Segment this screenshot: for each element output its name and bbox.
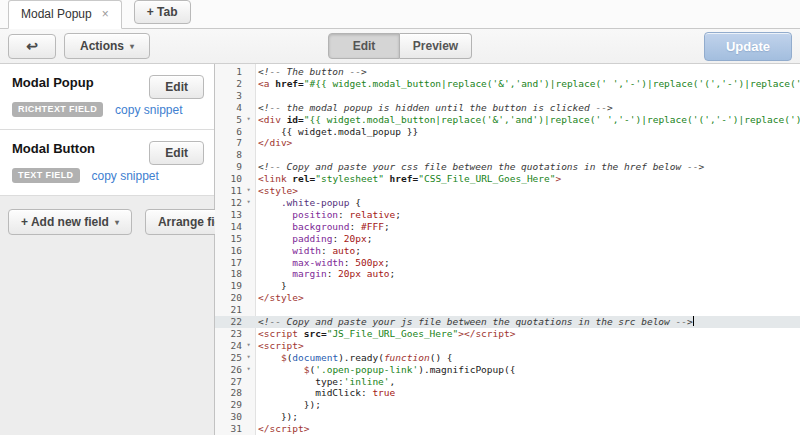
update-button[interactable]: Update bbox=[704, 32, 792, 61]
code-line[interactable]: 26▾ $('.open-popup-link').magnificPopup(… bbox=[215, 364, 800, 376]
code-text: $(document).ready(function() { bbox=[255, 352, 800, 364]
code-text: padding: 20px; bbox=[255, 233, 800, 245]
code-line[interactable]: 10<link rel="stylesheet" href="CSS_File_… bbox=[215, 173, 800, 185]
code-line[interactable]: 13 position: relative; bbox=[215, 209, 800, 221]
code-line[interactable]: 24▾<script> bbox=[215, 340, 800, 352]
code-text: <style> bbox=[255, 185, 800, 197]
line-number: 23 bbox=[215, 328, 242, 340]
line-number: 31 bbox=[215, 423, 242, 435]
code-line[interactable]: 5▾<div id="{{ widget.modal_button|replac… bbox=[215, 114, 800, 126]
line-number: 22 bbox=[215, 316, 242, 328]
code-line[interactable]: 20</style> bbox=[215, 292, 800, 304]
code-text: <!-- the modal popup is hidden until the… bbox=[255, 102, 800, 114]
fold-gutter bbox=[242, 292, 255, 304]
line-number: 29 bbox=[215, 399, 242, 411]
code-text: } bbox=[255, 280, 800, 292]
copy-snippet-link[interactable]: copy snippet bbox=[92, 169, 159, 183]
fold-gutter bbox=[242, 161, 255, 173]
code-text: <!-- The button --> bbox=[255, 66, 800, 78]
code-text bbox=[255, 304, 800, 316]
edit-preview-toggle: Edit Preview bbox=[328, 33, 472, 59]
fold-gutter bbox=[242, 78, 255, 90]
add-new-field-label: + Add new field bbox=[21, 215, 109, 229]
code-text: }); bbox=[255, 411, 800, 423]
code-line[interactable]: 18 margin: 20px auto; bbox=[215, 268, 800, 280]
fold-arrow-icon[interactable]: ▾ bbox=[242, 364, 255, 376]
code-line[interactable]: 1<!-- The button --> bbox=[215, 66, 800, 78]
code-line[interactable]: 16 width: auto; bbox=[215, 245, 800, 257]
code-text: position: relative; bbox=[255, 209, 800, 221]
code-line[interactable]: 2<a href="#{{ widget.modal_button|replac… bbox=[215, 78, 800, 90]
field-card-modal-button: Modal Button Edit TEXT FIELD copy snippe… bbox=[0, 130, 214, 196]
code-line[interactable]: 21 bbox=[215, 304, 800, 316]
code-text: max-width: 500px; bbox=[255, 257, 800, 269]
code-line[interactable]: 4<!-- the modal popup is hidden until th… bbox=[215, 102, 800, 114]
code-line[interactable]: 14 background: #FFF; bbox=[215, 221, 800, 233]
sidebar-actions: + Add new field ▾ Arrange fields bbox=[0, 196, 214, 248]
code-line[interactable]: 29 }); bbox=[215, 399, 800, 411]
fold-gutter bbox=[242, 304, 255, 316]
line-number: 21 bbox=[215, 304, 242, 316]
code-line[interactable]: 28 midClick: true bbox=[215, 387, 800, 399]
fold-gutter bbox=[242, 399, 255, 411]
code-line[interactable]: 25▾ $(document).ready(function() { bbox=[215, 352, 800, 364]
fold-arrow-icon[interactable]: ▾ bbox=[242, 340, 255, 352]
code-line[interactable]: 27 type:'inline', bbox=[215, 376, 800, 388]
tab-close-icon[interactable]: × bbox=[102, 8, 109, 20]
line-number: 19 bbox=[215, 280, 242, 292]
fold-gutter bbox=[242, 173, 255, 185]
code-line[interactable]: 11▾<style> bbox=[215, 185, 800, 197]
edit-field-button[interactable]: Edit bbox=[149, 75, 204, 99]
fold-arrow-icon[interactable]: ▾ bbox=[242, 352, 255, 364]
code-line[interactable]: 30 }); bbox=[215, 411, 800, 423]
fold-gutter bbox=[242, 280, 255, 292]
code-line[interactable]: 22<!-- Copy and paste your js file betwe… bbox=[215, 316, 800, 328]
code-editor[interactable]: 1<!-- The button -->2<a href="#{{ widget… bbox=[215, 64, 800, 435]
actions-button[interactable]: Actions ▾ bbox=[64, 33, 150, 59]
fold-arrow-icon[interactable]: ▾ bbox=[242, 197, 255, 209]
code-line[interactable]: 7</div> bbox=[215, 137, 800, 149]
code-text: <div id="{{ widget.modal_button|replace(… bbox=[255, 114, 800, 126]
fold-arrow-icon[interactable]: ▾ bbox=[242, 114, 255, 126]
tab-bar: Modal Popup × + Tab bbox=[0, 0, 800, 29]
line-number: 3 bbox=[215, 90, 242, 102]
line-number: 1 bbox=[215, 66, 242, 78]
code-line[interactable]: 15 padding: 20px; bbox=[215, 233, 800, 245]
line-number: 14 bbox=[215, 221, 242, 233]
edit-tab[interactable]: Edit bbox=[328, 33, 400, 59]
back-button[interactable]: ↩ bbox=[8, 34, 56, 59]
fold-gutter bbox=[242, 137, 255, 149]
fold-gutter bbox=[242, 149, 255, 161]
code-line[interactable]: 9<!-- Copy and paste your css file betwe… bbox=[215, 161, 800, 173]
code-text: </div> bbox=[255, 137, 800, 149]
add-tab-button[interactable]: + Tab bbox=[134, 0, 191, 24]
code-text: .white-popup { bbox=[255, 197, 800, 209]
tab-modal-popup[interactable]: Modal Popup × bbox=[8, 0, 122, 29]
back-arrow-icon: ↩ bbox=[26, 38, 38, 54]
code-line[interactable]: 19 } bbox=[215, 280, 800, 292]
line-number: 4 bbox=[215, 102, 242, 114]
code-line[interactable]: 17 max-width: 500px; bbox=[215, 257, 800, 269]
code-text: {{ widget.modal_popup }} bbox=[255, 126, 800, 138]
code-text: $('.open-popup-link').magnificPopup({ bbox=[255, 364, 800, 376]
code-line[interactable]: 3 bbox=[215, 90, 800, 102]
code-text: <link rel="stylesheet" href="CSS_File_UR… bbox=[255, 173, 800, 185]
preview-tab[interactable]: Preview bbox=[400, 33, 472, 59]
line-number: 11 bbox=[215, 185, 242, 197]
line-number: 25 bbox=[215, 352, 242, 364]
code-line[interactable]: 6 {{ widget.modal_popup }} bbox=[215, 126, 800, 138]
copy-snippet-link[interactable]: copy snippet bbox=[115, 103, 182, 117]
line-number: 28 bbox=[215, 387, 242, 399]
code-line[interactable]: 8 bbox=[215, 149, 800, 161]
code-line[interactable]: 31</script> bbox=[215, 423, 800, 435]
code-line[interactable]: 12▾ .white-popup { bbox=[215, 197, 800, 209]
edit-field-button[interactable]: Edit bbox=[149, 141, 204, 165]
code-text: <!-- Copy and paste your css file betwee… bbox=[255, 161, 800, 173]
line-number: 24 bbox=[215, 340, 242, 352]
code-line[interactable]: 23<script src="JS_File_URL_Goes_Here"></… bbox=[215, 328, 800, 340]
add-new-field-button[interactable]: + Add new field ▾ bbox=[8, 209, 132, 235]
code-text: <script src="JS_File_URL_Goes_Here"></sc… bbox=[255, 328, 800, 340]
fold-arrow-icon[interactable]: ▾ bbox=[242, 185, 255, 197]
line-number: 17 bbox=[215, 257, 242, 269]
line-number: 13 bbox=[215, 209, 242, 221]
